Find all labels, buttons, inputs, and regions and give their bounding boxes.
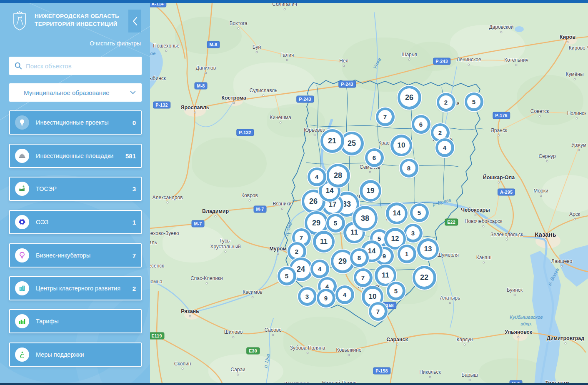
map-label: Хрустальный [210,244,241,250]
cluster-count: 21 [323,132,341,150]
map-label: Сараи [230,367,245,372]
cluster-marker[interactable]: 5 [410,203,429,222]
search-input[interactable] [26,62,142,70]
map-label: Киров [560,34,575,40]
city-dot [263,95,265,97]
map-label: Йошкар-Ола [483,175,515,180]
sidebar-collapse-button[interactable] [128,10,141,32]
sidebar-item-count: 581 [125,152,136,160]
cluster-count: 7 [371,305,385,318]
water-label: ое [150,51,156,56]
sidebar-item-invest-projects[interactable]: Инвестиционные проекты 0 [9,110,142,135]
city-dot [237,374,239,376]
city-dot [286,59,288,61]
cluster-marker[interactable]: 19 [360,180,381,202]
top-bar [0,0,588,3]
cluster-marker[interactable]: 5 [387,282,405,300]
cluster-marker[interactable]: 5 [326,214,345,232]
cluster-marker[interactable]: 3 [404,224,423,242]
search-box[interactable] [9,57,142,75]
cluster-marker[interactable]: 9 [317,289,335,308]
city-dot [233,102,235,104]
cluster-marker[interactable]: 7 [376,108,395,126]
sidebar-item-tariffs[interactable]: Тарифы [9,309,142,333]
sidebar-item-label: Меры поддержки [36,351,133,358]
cluster-marker[interactable]: 5 [278,267,296,285]
city-dot [205,72,207,74]
map-label: Вохтога [229,20,247,26]
map-label: Спас-Клепики [190,275,223,281]
city-dot [281,208,283,210]
cluster-count: 10 [393,138,410,154]
cluster-count: 28 [329,166,347,185]
city-dot [194,112,196,114]
cluster-count: 19 [363,183,379,199]
city-dot [574,218,576,220]
cluster-count: 13 [420,241,436,258]
map-label: Нолинск [567,110,587,116]
road-shield: Р-176 [493,112,510,119]
map-label: Зубова Поляна [290,345,325,351]
cluster-marker[interactable]: 38 [353,206,378,231]
factory-icon [15,182,29,196]
cluster-count: 9 [319,291,333,305]
sidebar-item-support-measures[interactable]: Меры поддержки [9,342,142,367]
map-canvas[interactable]: СолигаличВохтогаПошехоньеБуйГаличНеяДани… [150,0,588,385]
cluster-marker[interactable]: 4 [435,138,454,157]
cluster-marker[interactable]: 6 [365,148,384,167]
cluster-marker[interactable]: 26 [398,86,421,110]
cluster-count: 29 [307,214,325,232]
map-label: Гусь- [220,238,231,244]
clear-filters-link[interactable]: Очистить фильтры [90,40,141,47]
municipality-select-label: Муниципальное образование [24,89,130,96]
map-label: Александров [152,195,183,200]
sidebar-item-label: Инвестиционные проекты [36,119,130,126]
cluster-marker[interactable]: 4 [308,168,326,186]
city-dot [343,65,345,67]
cluster-marker[interactable]: 4 [335,285,354,304]
cluster-marker[interactable]: 28 [326,164,350,188]
map-label: Муром [269,246,287,252]
city-dot [567,41,569,43]
cluster-marker[interactable]: 11 [313,231,335,252]
map-label: есенск [150,263,164,269]
cluster-marker[interactable]: 8 [350,248,369,267]
city-dot [506,239,508,241]
map-label: Вязники [273,201,291,207]
road-shield: Р-132 [153,102,170,108]
city-dot [272,334,274,336]
map-label: Карсун [457,337,473,342]
sidebar-item-label: ОЭЗ [36,219,130,225]
cluster-marker[interactable]: 21 [320,129,344,153]
city-dot [469,379,471,381]
cluster-marker[interactable]: 7 [369,302,388,321]
city-dot [307,352,309,354]
lightbulb-icon [15,115,29,130]
sidebar-item-invest-sites[interactable]: Инвестиционные площадки 581 [9,144,142,168]
map-label: Кинешма [270,115,291,120]
sidebar-item-oez[interactable]: ОЭЗ 1 [9,210,142,234]
app-root: СолигаличВохтогаПошехоньеБуйГаличНеяДани… [0,0,588,385]
sidebar-item-cluster-centers[interactable]: Центры кластерного развития 2 [9,276,142,300]
sidebar-item-toser[interactable]: ТОСЭР 3 [9,177,142,201]
map-label: Юрьевец [304,127,325,133]
cluster-marker[interactable]: 3 [298,287,317,306]
municipality-select[interactable]: Муниципальное образование [9,83,142,102]
cluster-marker[interactable]: 1 [398,245,416,263]
cluster-marker[interactable]: 2 [437,93,455,112]
cluster-marker[interactable]: 14 [386,202,408,224]
sidebar-item-label: Инвестиционные площадки [36,152,123,159]
cluster-marker[interactable]: 22 [413,266,436,290]
cluster-count: 5 [467,95,480,108]
cluster-marker[interactable]: 5 [465,92,483,111]
cluster-marker[interactable]: 4 [310,260,329,278]
cluster-marker[interactable]: 8 [400,159,418,178]
cluster-marker[interactable]: 13 [417,238,439,260]
cluster-marker[interactable]: 6 [412,115,430,134]
city-dot [238,28,240,30]
sidebar-item-incubators[interactable]: Бизнес-инкубаторы 7 [9,243,142,268]
map-label: Скопин [174,361,191,367]
map-label: Сернур [538,153,555,159]
cluster-marker[interactable]: 7 [354,268,373,287]
cluster-marker[interactable]: 10 [390,135,412,156]
